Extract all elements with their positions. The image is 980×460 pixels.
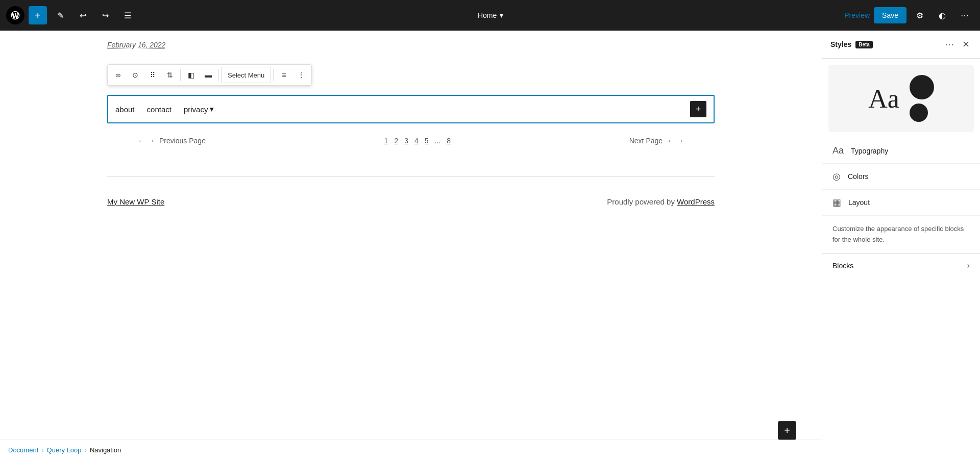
layout-item[interactable]: ▦ Layout (822, 190, 980, 216)
panel-more-button[interactable]: ⋯ (943, 37, 956, 52)
wp-logo-icon (10, 10, 20, 20)
canvas-content: February 16, 2022 ∞ ⊙ ⠿ ⇅ ◧ ▬ Select Men… (87, 31, 735, 277)
footer-wp-link[interactable]: WordPress (677, 197, 715, 206)
panel-close-button[interactable]: ✕ (960, 37, 972, 52)
toolbar-drag-btn[interactable]: ⠿ (144, 67, 161, 83)
footer-site-link[interactable]: My New WP Site (107, 197, 164, 206)
nav-items: about contact privacy ▾ (115, 105, 690, 114)
site-footer: My New WP Site Proudly powered by WordPr… (107, 176, 715, 226)
breadcrumb-bar: Document › Query Loop › Navigation (0, 440, 822, 460)
nav-item-privacy[interactable]: privacy ▾ (184, 105, 214, 114)
page-title-button[interactable]: Home ▾ (478, 11, 503, 19)
navigation-block[interactable]: about contact privacy ▾ + (107, 95, 715, 123)
style-circles (910, 75, 934, 122)
post-date: February 16, 2022 (107, 41, 715, 49)
toolbar-divider-2 (218, 69, 219, 81)
style-circle-small (910, 104, 928, 122)
chevron-right-icon: › (967, 261, 970, 270)
breadcrumb-sep-2: › (85, 446, 87, 454)
typography-label: Typography (851, 147, 888, 155)
breadcrumb-navigation: Navigation (90, 446, 121, 454)
breadcrumb-document[interactable]: Document (8, 446, 38, 454)
edit-mode-button[interactable]: ✎ (51, 6, 69, 24)
contrast-icon: ◐ (939, 11, 946, 20)
nav-item-contact[interactable]: contact (147, 105, 172, 114)
add-block-bottom-button[interactable]: + (778, 421, 796, 440)
blocks-item[interactable]: Blocks › (822, 253, 980, 277)
pagination-next[interactable]: Next Page → → (629, 137, 684, 145)
page-title-area: Home ▾ (141, 11, 840, 19)
top-toolbar: + ✎ ↩ ↪ ☰ Home ▾ Preview Save ⚙ ◐ ⋯ (0, 0, 980, 31)
select-menu-button[interactable]: Select Menu (221, 67, 271, 83)
nav-item-about[interactable]: about (115, 105, 135, 114)
arrow-left-icon: ← (138, 137, 145, 145)
layout-label: Layout (848, 198, 870, 207)
style-preview: Aa (828, 65, 974, 132)
save-button[interactable]: Save (874, 7, 906, 23)
footer-credit: Proudly powered by WordPress (607, 197, 715, 206)
pagination-prev[interactable]: ← ← Previous Page (138, 137, 206, 145)
colors-icon: ◎ (832, 171, 841, 182)
chevron-down-icon: ▾ (500, 11, 503, 19)
typography-item[interactable]: Aa Typography (822, 138, 980, 164)
settings-icon: ⚙ (916, 11, 923, 20)
more-options-button[interactable]: ⋯ (955, 6, 974, 24)
page-num-5[interactable]: 5 (423, 136, 431, 146)
nav-add-item-button[interactable]: + (690, 101, 706, 117)
page-num-2[interactable]: 2 (392, 136, 400, 146)
style-circle-large (910, 75, 934, 99)
block-toolbar-container: ∞ ⊙ ⠿ ⇅ ◧ ▬ Select Menu ≡ ⋮ (107, 64, 715, 90)
list-view-icon: ☰ (124, 11, 131, 20)
list-view-button[interactable]: ☰ (118, 6, 137, 24)
preview-button[interactable]: Preview (844, 11, 870, 19)
more-options-icon: ⋯ (961, 11, 969, 20)
layout-icon: ▦ (832, 197, 841, 208)
colors-label: Colors (848, 172, 868, 181)
contrast-button[interactable]: ◐ (933, 6, 951, 24)
dropdown-icon: ▾ (210, 105, 214, 114)
toolbar-link-btn[interactable]: ∞ (110, 67, 126, 83)
redo-icon: ↪ (102, 11, 109, 20)
toolbar-divider-1 (180, 69, 181, 81)
style-preview-text: Aa (868, 84, 899, 114)
page-num-3[interactable]: 3 (402, 136, 410, 146)
pencil-icon: ✎ (57, 11, 64, 20)
add-block-button[interactable]: + (29, 6, 47, 24)
breadcrumb-sep-1: › (41, 446, 43, 454)
toolbar-more-btn[interactable]: ⋮ (293, 67, 309, 83)
beta-badge: Beta (855, 41, 873, 48)
customize-text: Customize the appearance of specific blo… (822, 216, 980, 253)
redo-button[interactable]: ↪ (96, 6, 114, 24)
panel-header: Styles Beta ⋯ ✕ (822, 31, 980, 59)
toolbar-justify-btn[interactable]: ≡ (276, 67, 292, 83)
page-title-text: Home (478, 11, 497, 19)
page-num-ellipsis: ... (433, 136, 443, 146)
toolbar-divider-3 (273, 69, 274, 81)
pagination-numbers: 1 2 3 4 5 ... 8 (382, 136, 453, 146)
canvas-area[interactable]: February 16, 2022 ∞ ⊙ ⠿ ⇅ ◧ ▬ Select Men… (0, 31, 822, 460)
undo-button[interactable]: ↩ (74, 6, 92, 24)
panel-title: Styles (830, 40, 851, 48)
undo-icon: ↩ (80, 11, 86, 20)
main-layout: February 16, 2022 ∞ ⊙ ⠿ ⇅ ◧ ▬ Select Men… (0, 31, 980, 460)
block-toolbar: ∞ ⊙ ⠿ ⇅ ◧ ▬ Select Menu ≡ ⋮ (107, 64, 312, 86)
toolbar-info-btn[interactable]: ⊙ (127, 67, 143, 83)
settings-button[interactable]: ⚙ (911, 6, 929, 24)
page-num-4[interactable]: 4 (412, 136, 421, 146)
page-num-1[interactable]: 1 (382, 136, 390, 146)
right-panel: Styles Beta ⋯ ✕ Aa Aa Typography ◎ Color… (822, 31, 980, 460)
page-num-8[interactable]: 8 (445, 136, 453, 146)
blocks-label: Blocks (832, 262, 960, 270)
wp-logo[interactable] (6, 6, 24, 24)
breadcrumb-query-loop[interactable]: Query Loop (47, 446, 82, 454)
typography-icon: Aa (832, 145, 844, 156)
top-right-actions: Preview Save ⚙ ◐ ⋯ (844, 6, 974, 24)
toolbar-align-left-btn[interactable]: ◧ (183, 67, 199, 83)
toolbar-align-center-btn[interactable]: ▬ (200, 67, 216, 83)
pagination: ← ← Previous Page 1 2 3 4 5 ... 8 Next P… (107, 136, 715, 146)
arrow-right-icon: → (677, 137, 684, 145)
colors-item[interactable]: ◎ Colors (822, 164, 980, 190)
toolbar-move-btn[interactable]: ⇅ (162, 67, 178, 83)
